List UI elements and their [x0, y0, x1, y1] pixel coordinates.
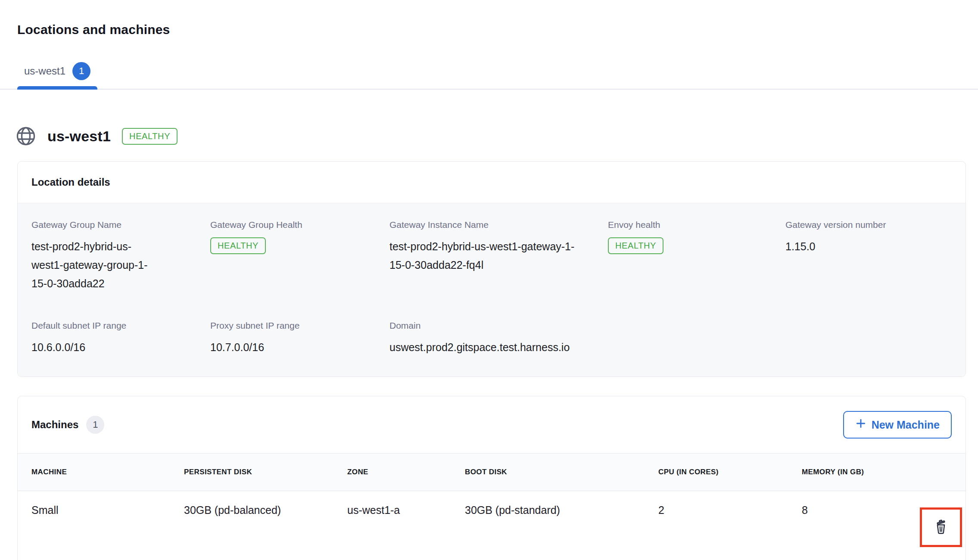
location-heading: us-west1 HEALTHY	[16, 126, 961, 146]
page-title: Locations and machines	[0, 0, 978, 37]
tab-label: us-west1	[24, 65, 65, 77]
field-domain: Domain uswest.prod2.gitspace.test.harnes…	[389, 320, 608, 357]
field-value: 10.6.0.0/16	[31, 338, 210, 357]
field-label: Proxy subnet IP range	[210, 320, 389, 331]
cell-boot-disk: 30GB (pd-standard)	[465, 491, 658, 560]
field-value: 10.7.0.0/16	[210, 338, 389, 357]
column-header-persistent-disk: PERSISTENT DISK	[184, 454, 347, 491]
globe-icon	[16, 126, 36, 146]
column-header-cpu: CPU (IN CORES)	[658, 454, 802, 491]
machines-card: Machines 1 New Machine MACHINE PERSISTEN…	[17, 396, 966, 560]
location-details-body: Gateway Group Name test-prod2-hybrid-us-…	[18, 203, 966, 376]
column-header-boot-disk: BOOT DISK	[465, 454, 658, 491]
cell-actions	[916, 491, 966, 560]
machines-count-badge: 1	[86, 416, 104, 434]
location-details-card: Location details Gateway Group Name test…	[17, 161, 966, 377]
envoy-health-badge: HEALTHY	[608, 237, 663, 254]
field-label: Gateway version number	[785, 220, 952, 230]
location-name: us-west1	[47, 128, 111, 145]
machines-title-row: Machines 1	[31, 416, 104, 434]
trash-icon	[932, 518, 950, 537]
new-machine-button[interactable]: New Machine	[843, 411, 952, 439]
column-header-machine: MACHINE	[18, 454, 184, 491]
tab-us-west1[interactable]: us-west1 1	[17, 62, 97, 89]
field-label: Default subnet IP range	[31, 320, 210, 331]
field-default-subnet: Default subnet IP range 10.6.0.0/16	[31, 320, 210, 357]
gateway-group-health-badge: HEALTHY	[210, 237, 266, 254]
machines-header: Machines 1 New Machine	[18, 396, 966, 453]
field-gateway-group-health: Gateway Group Health HEALTHY	[210, 220, 389, 293]
field-value: test-prod2-hybrid-us-west1-gateway-1-15-…	[389, 237, 575, 274]
cell-memory: 8	[802, 491, 916, 560]
field-gateway-group-name: Gateway Group Name test-prod2-hybrid-us-…	[31, 220, 210, 293]
machines-table: MACHINE PERSISTENT DISK ZONE BOOT DISK C…	[18, 453, 966, 560]
plus-icon	[855, 418, 866, 432]
machine-table-row: Small 30GB (pd-balanced) us-west1-a 30GB…	[18, 491, 966, 560]
tab-count-badge: 1	[72, 62, 90, 80]
field-label: Gateway Group Name	[31, 220, 210, 230]
cell-persistent-disk: 30GB (pd-balanced)	[184, 491, 347, 560]
cell-cpu: 2	[658, 491, 802, 560]
delete-machine-button[interactable]	[931, 516, 951, 538]
location-details-title: Location details	[18, 162, 966, 203]
cell-machine: Small	[18, 491, 184, 560]
machines-table-header-row: MACHINE PERSISTENT DISK ZONE BOOT DISK C…	[18, 454, 966, 491]
field-envoy-health: Envoy health HEALTHY	[608, 220, 785, 293]
field-label: Gateway Instance Name	[389, 220, 608, 230]
field-gateway-version: Gateway version number 1.15.0	[785, 220, 952, 293]
location-status-badge: HEALTHY	[122, 128, 178, 145]
field-value: uswest.prod2.gitspace.test.harness.io	[389, 338, 608, 357]
field-label: Gateway Group Health	[210, 220, 389, 230]
machines-title: Machines	[31, 419, 78, 431]
field-value: test-prod2-hybrid-us-west1-gateway-group…	[31, 237, 152, 293]
location-details-grid: Gateway Group Name test-prod2-hybrid-us-…	[31, 220, 952, 357]
column-header-actions	[916, 454, 966, 491]
field-gateway-instance-name: Gateway Instance Name test-prod2-hybrid-…	[389, 220, 608, 293]
active-tab-underline	[17, 86, 97, 90]
new-machine-button-label: New Machine	[872, 419, 940, 431]
location-tabs: us-west1 1	[0, 62, 978, 90]
column-header-zone: ZONE	[347, 454, 465, 491]
annotation-highlight-box	[920, 507, 962, 547]
field-label: Envoy health	[608, 220, 785, 230]
cell-zone: us-west1-a	[347, 491, 465, 560]
field-label: Domain	[389, 320, 608, 331]
field-value: 1.15.0	[785, 237, 952, 256]
column-header-memory: MEMORY (IN GB)	[802, 454, 916, 491]
field-proxy-subnet: Proxy subnet IP range 10.7.0.0/16	[210, 320, 389, 357]
